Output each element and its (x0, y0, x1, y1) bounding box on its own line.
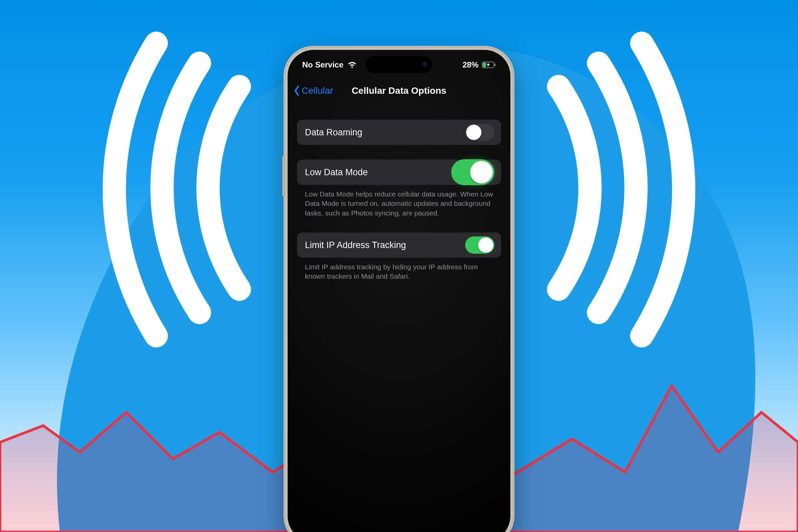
group-low-data-mode: Low Data Mode Low Data Mode helps reduce… (297, 159, 501, 218)
limit-ip-footer: Limit IP address tracking by hiding your… (297, 258, 501, 281)
limit-ip-switch[interactable] (465, 236, 494, 254)
battery-percent: 28% (462, 60, 478, 70)
svg-rect-1 (494, 63, 495, 66)
group-data-roaming: Data Roaming (297, 120, 501, 145)
row-data-roaming[interactable]: Data Roaming (297, 120, 501, 145)
carrier-text: No Service (302, 60, 343, 70)
back-button[interactable]: Cellular (293, 86, 333, 96)
row-label: Low Data Mode (305, 167, 368, 177)
row-limit-ip[interactable]: Limit IP Address Tracking (297, 232, 501, 258)
iphone-screen: No Service 28% (288, 50, 510, 532)
data-roaming-switch[interactable] (465, 124, 494, 141)
back-label: Cellular (302, 86, 333, 96)
settings-list: Data Roaming Low Data Mode Low Data Mode… (297, 120, 501, 296)
front-camera (422, 62, 428, 67)
row-label: Data Roaming (305, 127, 362, 138)
navigation-bar: Cellular Cellular Data Options (288, 79, 510, 102)
dynamic-island (366, 56, 432, 73)
wifi-icon (347, 61, 357, 69)
iphone-frame: No Service 28% (284, 46, 514, 532)
row-label: Limit IP Address Tracking (305, 240, 406, 250)
svg-rect-2 (483, 62, 486, 67)
low-data-mode-switch[interactable] (451, 159, 494, 185)
row-low-data-mode[interactable]: Low Data Mode (297, 159, 501, 185)
chevron-left-icon (293, 86, 300, 96)
group-limit-ip: Limit IP Address Tracking Limit IP addre… (297, 232, 501, 281)
low-data-mode-footer: Low Data Mode helps reduce cellular data… (297, 185, 501, 218)
battery-icon (482, 61, 496, 68)
